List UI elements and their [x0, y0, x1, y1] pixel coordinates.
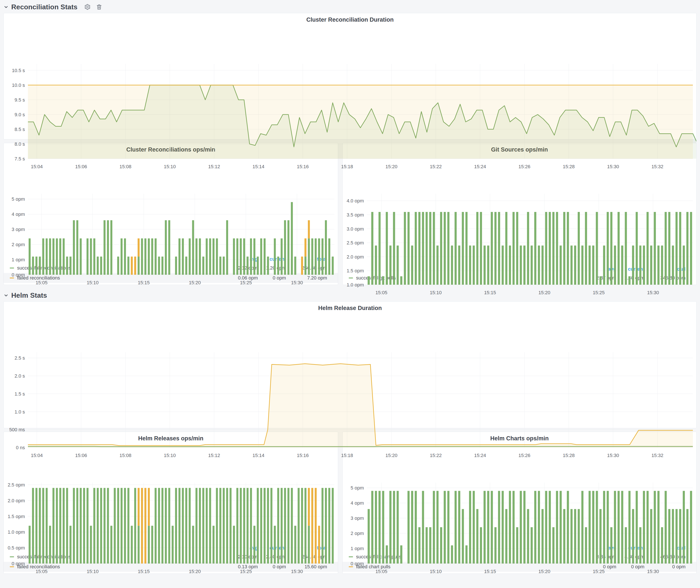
bar-successful-git-pulls — [520, 246, 522, 285]
bar-successful-reconciliations — [97, 488, 99, 564]
bar-failed-reconciliations — [138, 488, 140, 526]
chart-canvas[interactable]: 5 opm4 opm3 opm2 opm1 opm0 opm15:0515:10… — [343, 477, 696, 577]
y-tick-label: 2 opm — [351, 531, 364, 536]
y-tick-label: 0 opm — [12, 561, 25, 566]
bar-successful-reconciliations — [66, 257, 68, 275]
x-tick-label: 15:25 — [240, 280, 252, 285]
x-tick-label: 15:30 — [291, 280, 303, 285]
bar-successful-git-pulls — [665, 212, 667, 285]
panel-title[interactable]: Cluster Reconciliation Duration — [4, 13, 696, 25]
bar-successful-reconciliations — [315, 238, 317, 275]
chevron-down-icon[interactable] — [3, 292, 9, 298]
bar-successful-reconciliations — [168, 488, 170, 564]
bar-successful-chart-pulls — [621, 491, 623, 564]
section-title[interactable]: Reconciliation Stats — [11, 3, 77, 11]
gear-icon[interactable] — [83, 3, 92, 11]
bar-successful-reconciliations — [332, 488, 334, 564]
bar-successful-git-pulls — [469, 246, 471, 285]
bar-successful-reconciliations — [63, 238, 65, 275]
bar-successful-git-pulls — [491, 212, 493, 285]
y-tick-label: 500 ms — [9, 427, 25, 432]
bar-failed-reconciliations — [148, 488, 150, 526]
bar-successful-git-pulls — [614, 246, 616, 285]
y-tick-label: 8.5 s — [15, 127, 25, 132]
y-tick-label: 0 opm — [12, 272, 25, 278]
y-tick-label: 3 opm — [351, 515, 364, 521]
x-tick-label: 15:15 — [138, 569, 150, 574]
bar-successful-git-pulls — [567, 212, 569, 285]
bar-successful-reconciliations — [202, 488, 204, 564]
bar-successful-chart-pulls — [513, 491, 515, 564]
y-tick-label: 1.5 opm — [8, 514, 25, 519]
bar-successful-git-pulls — [563, 212, 565, 285]
chart-canvas[interactable]: 5 opm4 opm3 opm2 opm1 opm0 opm15:0515:10… — [4, 188, 338, 289]
chart-cluster-reconciliation-duration[interactable]: 10.5 s10.0 s9.5 s9.0 s8.5 s8.0 s7.5 s15:… — [4, 25, 696, 139]
bar-successful-reconciliations — [182, 488, 184, 564]
bar-successful-reconciliations — [247, 488, 248, 564]
bar-successful-git-pulls — [458, 246, 460, 285]
bar-successful-reconciliations — [83, 488, 85, 564]
chart-helm-release-duration[interactable]: 2.5 s2.0 s1.5 s1.0 s500 ms0 ns15:0415:06… — [4, 313, 696, 428]
x-tick-label: 15:30 — [647, 290, 659, 295]
series-area-upgrade-duration — [28, 364, 693, 447]
bar-successful-git-pulls — [418, 212, 421, 285]
bar-successful-chart-pulls — [556, 491, 558, 564]
bar-successful-reconciliations — [267, 257, 269, 275]
bar-successful-reconciliations — [291, 488, 293, 564]
x-tick-label: 15:10 — [87, 569, 98, 574]
bar-successful-chart-pulls — [607, 491, 609, 564]
bar-successful-git-pulls — [498, 212, 500, 285]
bar-successful-git-pulls — [578, 212, 580, 285]
y-tick-label: 10.0 s — [12, 82, 25, 88]
bar-successful-reconciliations — [305, 257, 306, 275]
bar-successful-chart-pulls — [476, 509, 479, 564]
trash-icon[interactable] — [94, 3, 104, 11]
bar-successful-git-pulls — [556, 212, 558, 285]
bar-successful-reconciliations — [298, 488, 300, 564]
chart-helm-charts-opm[interactable]: 5 opm4 opm3 opm2 opm1 opm0 opm15:0515:10… — [343, 444, 696, 544]
bar-successful-git-pulls — [382, 276, 384, 285]
chart-git-sources-opm[interactable]: 4.0 opm3.5 opm3.0 opm2.5 opm2.0 opm1.5 o… — [343, 155, 696, 265]
chart-helm-releases-opm[interactable]: 2.5 opm2.0 opm1.5 opm1.0 opm0.5 opm0 opm… — [4, 444, 338, 544]
chart-canvas[interactable]: 2.5 opm2.0 opm1.5 opm1.0 opm0.5 opm0 opm… — [4, 477, 338, 577]
bar-successful-chart-pulls — [386, 545, 388, 564]
bar-successful-reconciliations — [185, 488, 187, 564]
bar-successful-reconciliations — [107, 488, 109, 564]
section-title[interactable]: Helm Stats — [11, 291, 47, 299]
bar-successful-reconciliations — [281, 488, 283, 564]
bar-successful-reconciliations — [168, 220, 170, 275]
bar-successful-git-pulls — [610, 212, 613, 285]
bar-successful-chart-pulls — [451, 545, 453, 564]
y-tick-label: 3.5 opm — [347, 212, 364, 218]
bar-successful-reconciliations — [199, 238, 201, 275]
bar-successful-git-pulls — [534, 212, 536, 285]
bar-successful-reconciliations — [35, 488, 37, 564]
chart-canvas[interactable]: 4.0 opm3.5 opm3.0 opm2.5 opm2.0 opm1.5 o… — [343, 188, 696, 299]
panel-title[interactable]: Helm Release Duration — [4, 302, 696, 313]
bar-successful-git-pulls — [444, 212, 446, 285]
bar-successful-git-pulls — [589, 246, 591, 285]
y-tick-label: 2.0 opm — [8, 498, 25, 503]
bar-successful-chart-pulls — [592, 491, 594, 564]
bar-successful-reconciliations — [260, 238, 262, 275]
bar-successful-reconciliations — [52, 238, 54, 275]
panel-helm-charts-opm: Helm Charts ops/min 5 opm4 opm3 opm2 opm… — [342, 432, 697, 574]
bar-failed-reconciliations — [141, 488, 143, 564]
bar-failed-reconciliations — [301, 257, 303, 275]
x-tick-label: 15:10 — [87, 280, 98, 285]
bar-successful-reconciliations — [97, 257, 99, 275]
bar-successful-chart-pulls — [581, 491, 584, 564]
bar-successful-reconciliations — [223, 257, 225, 275]
bar-successful-reconciliations — [151, 526, 153, 564]
bar-successful-reconciliations — [247, 257, 248, 275]
chart-cluster-reconciliations-opm[interactable]: 5 opm4 opm3 opm2 opm1 opm0 opm15:0515:10… — [4, 155, 338, 255]
bar-successful-git-pulls — [672, 246, 674, 285]
bar-successful-git-pulls — [429, 212, 431, 285]
y-tick-label: 4 opm — [12, 212, 25, 217]
bar-successful-chart-pulls — [375, 491, 377, 564]
section-header-reconciliation-stats[interactable]: Reconciliation Stats — [0, 0, 700, 13]
y-tick-label: 1.0 s — [15, 409, 25, 415]
bar-successful-git-pulls — [505, 212, 507, 285]
bar-successful-chart-pulls — [585, 527, 587, 564]
chevron-down-icon[interactable] — [3, 4, 9, 10]
